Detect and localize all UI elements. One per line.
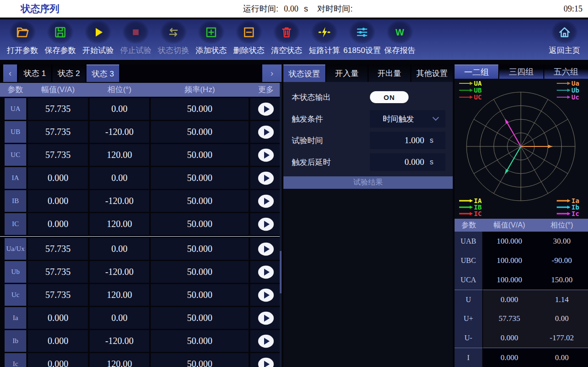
amplitude-cell[interactable]: 0.000 (28, 330, 88, 352)
tab-digital-output[interactable]: 开出量 (369, 64, 410, 82)
trigger-select[interactable]: 时间触发 (370, 110, 445, 128)
frequency-cell[interactable]: 50.000 (151, 284, 248, 306)
play-more-icon (258, 357, 274, 367)
row-more-button[interactable] (250, 121, 282, 143)
frequency-cell[interactable]: 50.000 (151, 121, 248, 143)
toolbar-button-back-home[interactable]: 返回主页 (546, 20, 583, 56)
phase-cell[interactable]: -120.00 (90, 330, 149, 352)
measurement-table: 参数幅值(V/A)相位(°)UAB100.00030.00UBC100.000-… (455, 219, 588, 367)
delay-input[interactable]: 0.000 s (370, 153, 445, 171)
frequency-cell[interactable]: 50.000 (151, 213, 248, 235)
frequency-cell[interactable]: 50.000 (151, 353, 248, 367)
param-label: UC (5, 144, 26, 166)
settings-form: 本状态输出 ON 触发条件 时间触发 试验时间 (283, 82, 453, 176)
row-more-button[interactable] (250, 213, 282, 235)
amplitude-cell[interactable]: 57.735 (28, 284, 88, 306)
phase-cell[interactable]: 120.00 (90, 144, 149, 166)
frequency-cell[interactable]: 50.000 (151, 238, 248, 260)
scrollbar-track[interactable] (280, 83, 282, 367)
phase-cell[interactable]: -120.00 (90, 121, 149, 143)
tab-digital-input[interactable]: 开入量 (326, 64, 368, 82)
phase-cell[interactable]: 120.00 (90, 284, 149, 306)
delay-label: 触发后延时 (292, 157, 331, 168)
toolbar-button-save-report[interactable]: W保存报告 (381, 20, 419, 56)
play-more-icon (258, 102, 274, 116)
runtime-label: 运行时间: (243, 3, 278, 14)
toolbar-button-short-circuit-calc[interactable]: 短路计算 (306, 20, 343, 56)
amplitude-cell[interactable]: 57.735 (28, 238, 88, 260)
phase-cell[interactable]: 0.00 (90, 98, 149, 120)
test-time-unit: s (430, 136, 445, 145)
frequency-cell[interactable]: 50.000 (151, 98, 248, 120)
tab-state-1[interactable]: 状态 1 (18, 64, 51, 82)
row-more-button[interactable] (250, 144, 282, 166)
frequency-cell[interactable]: 50.000 (151, 307, 248, 329)
toolbar-button-open-params[interactable]: 打开参数 (4, 20, 41, 56)
tab-group-56[interactable]: 五六组 (544, 64, 588, 79)
phase-value: -177.02 (536, 328, 588, 348)
output-label: 本状态输出 (292, 92, 331, 103)
amplitude-cell[interactable]: 57.735 (28, 261, 88, 283)
row-more-button[interactable] (250, 284, 282, 306)
phase-cell[interactable]: 0.00 (90, 307, 149, 329)
row-more-button[interactable] (250, 167, 282, 189)
add-square-icon (204, 25, 218, 39)
phase-cell[interactable]: -120.00 (90, 190, 149, 212)
svg-text:Uc: Uc (571, 93, 579, 101)
row-more-button[interactable] (250, 261, 282, 283)
row-more-button[interactable] (250, 238, 282, 260)
tab-group-34[interactable]: 三四组 (499, 64, 543, 79)
phase-cell[interactable]: -120.00 (90, 261, 149, 283)
toolbar-button-clear-states[interactable]: 清空状态 (268, 20, 306, 56)
prev-state-tab-button[interactable]: ‹ (3, 64, 17, 82)
next-state-tab-button[interactable]: › (262, 64, 282, 82)
column-header: 幅值(V/A) (483, 219, 536, 232)
row-more-button[interactable] (250, 307, 282, 329)
amplitude-cell[interactable]: 57.735 (28, 121, 88, 143)
toolbar-button-delete-state[interactable]: 删除状态 (230, 20, 268, 56)
param-label: IB (5, 190, 26, 212)
toolbar-button-start-test[interactable]: 开始试验 (79, 20, 117, 56)
row-more-button[interactable] (250, 353, 282, 367)
toolbar-button-switch-state: 状态切换 (155, 20, 192, 56)
output-toggle[interactable]: ON (370, 91, 409, 103)
tab-state-2[interactable]: 状态 2 (52, 64, 85, 82)
amplitude-cell[interactable]: 0.000 (28, 190, 88, 212)
param-label: UAB (455, 232, 483, 251)
toolbar-button-iec61850-settings[interactable]: 61850设置 (343, 20, 381, 56)
phase-cell[interactable]: 0.00 (90, 167, 149, 189)
frequency-cell[interactable]: 50.000 (151, 144, 248, 166)
toolbar-button-save-params[interactable]: 保存参数 (41, 20, 79, 56)
row-more-button[interactable] (250, 190, 282, 212)
row-more-button[interactable] (250, 330, 282, 352)
phasor-svg: UAUBUCUaUbUcIAIBICIaIbIc (455, 79, 588, 218)
legend-Uc: Uc (557, 93, 579, 101)
frequency-cell[interactable]: 50.000 (151, 190, 248, 212)
column-header: 相位(°) (90, 83, 149, 97)
frequency-cell[interactable]: 50.000 (151, 167, 248, 189)
frequency-cell[interactable]: 50.000 (151, 330, 248, 352)
amplitude-cell[interactable]: 57.735 (28, 144, 88, 166)
settings-empty-area (283, 189, 453, 367)
amplitude-cell[interactable]: 57.735 (28, 98, 88, 120)
param-label: Ia (5, 307, 26, 329)
column-header: 幅值(V/A) (28, 83, 88, 97)
legend-IC: IC (459, 210, 482, 217)
frequency-cell[interactable]: 50.000 (151, 261, 248, 283)
tab-group-12[interactable]: 一二组 (455, 64, 498, 79)
tab-state-3[interactable]: 状态 3 (86, 64, 119, 82)
scrollbar-thumb[interactable] (280, 251, 282, 293)
toolbar-button-add-state[interactable]: 添加状态 (192, 20, 230, 56)
phase-cell[interactable]: 120.00 (90, 213, 149, 235)
amplitude-cell[interactable]: 0.000 (28, 213, 88, 235)
test-time-input[interactable]: 1.000 s (370, 132, 445, 149)
amplitude-cell[interactable]: 0.000 (28, 353, 88, 367)
amplitude-cell[interactable]: 0.000 (28, 307, 88, 329)
tab-state-settings[interactable]: 状态设置 (283, 64, 325, 82)
row-more-button[interactable] (250, 98, 282, 120)
amplitude-cell[interactable]: 0.000 (28, 167, 88, 189)
phase-cell[interactable]: 0.00 (90, 238, 149, 260)
phase-cell[interactable]: 120.00 (90, 353, 149, 367)
param-label: U+ (455, 309, 483, 328)
tab-other-settings[interactable]: 其他设置 (411, 64, 453, 82)
